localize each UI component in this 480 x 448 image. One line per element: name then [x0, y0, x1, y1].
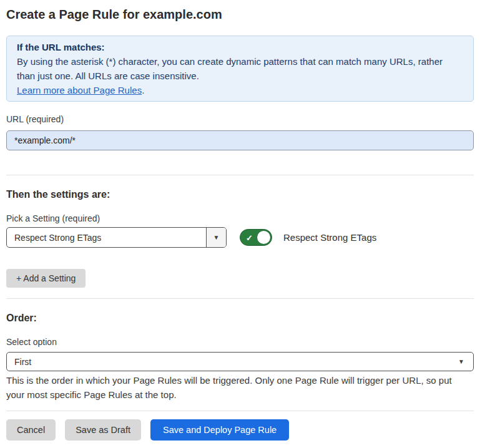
- add-setting-button[interactable]: + Add a Setting: [6, 269, 86, 288]
- info-box-body: By using the asterisk (*) character, you…: [17, 54, 463, 83]
- order-select[interactable]: First ▼: [6, 352, 474, 371]
- divider: [6, 411, 474, 411]
- link-period: .: [142, 85, 144, 95]
- divider: [6, 175, 474, 175]
- setting-toggle[interactable]: ✓: [240, 229, 272, 246]
- url-field-label: URL (required): [6, 114, 474, 125]
- page-rule-form: Create a Page Rule for example.com If th…: [0, 6, 480, 448]
- settings-section-heading: Then the settings are:: [6, 188, 474, 201]
- toggle-label: Respect Strong ETags: [283, 232, 376, 243]
- setting-select-value: Respect Strong ETags: [7, 233, 206, 243]
- info-box-heading: If the URL matches:: [17, 40, 463, 54]
- learn-more-link[interactable]: Learn more about Page Rules: [17, 85, 142, 95]
- check-icon: ✓: [246, 233, 253, 241]
- order-select-label: Select option: [6, 337, 474, 348]
- chevron-down-icon: ▼: [458, 359, 464, 365]
- setting-row: Respect Strong ETags ▼ ✓ Respect Strong …: [6, 227, 474, 248]
- form-actions: Cancel Save as Draft Save and Deploy Pag…: [6, 419, 474, 441]
- order-help-text: This is the order in which your Page Rul…: [6, 374, 471, 402]
- toggle-knob: [257, 231, 270, 244]
- save-draft-button[interactable]: Save as Draft: [65, 419, 141, 441]
- setting-select[interactable]: Respect Strong ETags ▼: [6, 227, 227, 248]
- url-match-info-box: If the URL matches: By using the asteris…: [6, 36, 474, 102]
- cancel-button[interactable]: Cancel: [6, 419, 56, 441]
- chevron-down-icon: ▼: [213, 235, 220, 241]
- pick-setting-label: Pick a Setting (required): [6, 213, 474, 224]
- setting-select-arrow-button[interactable]: ▼: [206, 228, 226, 247]
- order-section-heading: Order:: [6, 312, 474, 324]
- divider: [6, 298, 474, 299]
- info-box-link-line: Learn more about Page Rules.: [17, 83, 463, 97]
- url-input[interactable]: [6, 130, 474, 150]
- order-select-value: First: [7, 357, 458, 367]
- save-deploy-button[interactable]: Save and Deploy Page Rule: [150, 419, 289, 441]
- page-title: Create a Page Rule for example.com: [6, 6, 474, 22]
